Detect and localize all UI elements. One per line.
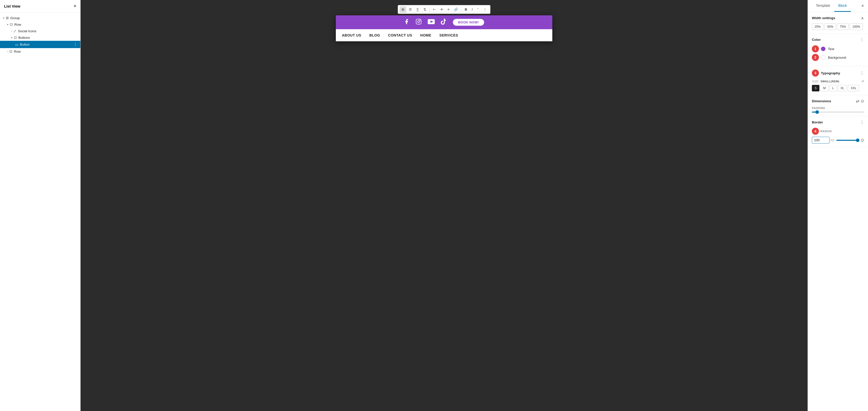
row-icon: ⊡ (9, 49, 12, 53)
radius-slider-thumb[interactable] (856, 139, 860, 142)
badge-1: 1 (812, 45, 819, 52)
width-100-button[interactable]: 100% (849, 23, 863, 30)
book-now-button[interactable]: BOOK NOW! (453, 19, 484, 26)
dimensions-title: Dimensions (812, 99, 831, 103)
youtube-icon[interactable] (428, 19, 435, 26)
width-settings-title: Width settings (812, 16, 835, 20)
group-icon: ⊞ (6, 16, 9, 20)
size-settings-icon[interactable]: ⇄ (862, 80, 864, 83)
radius-slider-fill (836, 140, 858, 141)
padding-slider-row (812, 112, 864, 113)
buttons-icon: ⊡ (14, 35, 17, 39)
more-options-button[interactable]: ⋮ (481, 6, 489, 12)
tree-item-group[interactable]: ▾ ⊞ Group (0, 14, 80, 21)
align-left-button[interactable]: ⊢ (431, 6, 438, 12)
chevron-right-icon: › (7, 50, 8, 53)
dimensions-link-icon[interactable]: ⊙ (861, 99, 864, 104)
instagram-icon[interactable] (415, 19, 422, 26)
row-icon: ⊡ (10, 22, 13, 26)
nav-item-about-us[interactable]: ABOUT US (342, 33, 361, 37)
radius-input[interactable] (812, 137, 830, 144)
radius-row: PX ⊙ (812, 137, 864, 144)
dimensions-settings-icon[interactable]: ⇄ (856, 99, 859, 104)
more-options-chevron[interactable]: ˅ (475, 6, 481, 12)
social-icons-icon: ⤤ (13, 29, 17, 33)
size-s-button[interactable]: S (812, 85, 819, 91)
tree-item-button[interactable]: ▭ Button ⋮ (0, 41, 80, 48)
chevron-down-icon: ▾ (7, 23, 8, 26)
tiktok-icon[interactable] (441, 19, 446, 26)
color-swatch-white (821, 55, 826, 60)
tab-template[interactable]: Template (812, 0, 834, 12)
border-title: Border (812, 120, 823, 124)
canvas-area: ⊞ ☰ ⣿ ⇅ ⊢ ✛ ≡ 🔗 B I ˅ ⋮ (81, 0, 808, 411)
dimensions-icons: ⇄ ⊙ (856, 99, 864, 104)
section-header-typography: 3 Typography ⋮ (812, 69, 864, 77)
width-75-button[interactable]: 75% (837, 23, 848, 30)
size-label: SIZE SMALL(REM) ⇄ (812, 80, 864, 83)
tab-block[interactable]: Block (834, 0, 851, 12)
tree-item-label: Buttons (19, 36, 30, 39)
block-toolbar: ⊞ ☰ ⣿ ⇅ ⊢ ✛ ≡ 🔗 B I ˅ ⋮ (398, 5, 491, 14)
tree-item-more-icon[interactable]: ⋮ (73, 42, 77, 47)
nav-item-contact-us[interactable]: CONTACT US (388, 33, 412, 37)
drag-handle-button[interactable]: ⣿ (414, 6, 421, 12)
nav-item-services[interactable]: SERVICES (439, 33, 458, 37)
width-50-button[interactable]: 50% (825, 23, 836, 30)
color-option-background[interactable]: Background (821, 54, 846, 61)
tree-item-row1[interactable]: ▾ ⊡ Row (0, 21, 80, 28)
block-icon-button[interactable]: ⊞ (400, 6, 406, 12)
align-icon-button[interactable]: ☰ (407, 6, 414, 12)
width-buttons: 25% 50% 75% 100% (812, 23, 864, 30)
svg-point-1 (417, 21, 420, 23)
panel-close-icon[interactable]: × (861, 3, 864, 8)
color-option-text[interactable]: Text (821, 45, 834, 53)
size-l-button[interactable]: L (830, 85, 837, 91)
link-button[interactable]: 🔗 (452, 6, 460, 12)
canvas-frame: BOOK NOW! ABOUT US BLOG CONTACT US HOME … (336, 16, 552, 41)
nav-item-blog[interactable]: BLOG (369, 33, 380, 37)
svg-point-2 (420, 20, 421, 21)
nav-item-home[interactable]: HOME (420, 33, 431, 37)
tree-item-social-icons[interactable]: › ⤤ Social Icons (0, 28, 80, 34)
padding-slider-thumb[interactable] (815, 110, 819, 114)
align-justify-button[interactable]: ≡ (445, 6, 452, 12)
tree-item-row2[interactable]: › ⊡ Row (0, 48, 80, 55)
nav-bar: ABOUT US BLOG CONTACT US HOME SERVICES (336, 29, 552, 41)
chevron-down-icon: ▾ (11, 36, 12, 39)
chevron-right-icon: › (11, 30, 12, 32)
bold-button[interactable]: B (463, 6, 469, 12)
section-header-color: Color ⋮ (812, 37, 864, 42)
border-more-icon[interactable]: ⋮ (860, 120, 864, 125)
align-center-button[interactable]: ✛ (438, 6, 445, 12)
size-m-button[interactable]: M (820, 85, 829, 91)
list-view-close-icon[interactable]: × (73, 3, 76, 9)
color-section: Color ⋮ 1 Text 2 Background (808, 34, 868, 66)
italic-button[interactable]: I (470, 6, 475, 12)
right-panel: Template Block × Width settings ∧ 25% 50… (808, 0, 868, 411)
right-panel-header: Template Block × (808, 0, 868, 12)
border-section: Border ⋮ 4 RADIUS PX ⊙ (808, 116, 868, 147)
typography-more-icon[interactable]: ⋮ (860, 71, 864, 76)
section-header-dimensions: Dimensions ⇄ ⊙ (812, 99, 864, 104)
collapse-icon[interactable]: ∧ (861, 16, 864, 21)
list-view-title: List View (4, 4, 21, 8)
padding-slider-track[interactable] (812, 112, 864, 113)
chevron-down-icon: ▾ (3, 17, 4, 20)
color-row-background: 2 Background (812, 54, 864, 61)
dimensions-section: Dimensions ⇄ ⊙ PADDING (808, 95, 868, 116)
panel-tabs: Template Block (812, 0, 851, 12)
size-name: SMALL(REM) (820, 80, 839, 83)
tree-item-label: Row (14, 50, 21, 53)
radius-slider-track[interactable] (836, 140, 859, 141)
facebook-icon[interactable] (404, 19, 410, 26)
badge-2: 2 (812, 54, 819, 61)
size-xl-button[interactable]: XL (838, 85, 847, 91)
width-25-button[interactable]: 25% (812, 23, 824, 30)
color-more-icon[interactable]: ⋮ (860, 37, 864, 42)
svg-rect-0 (416, 19, 421, 24)
size-xxl-button[interactable]: XXL (848, 85, 859, 91)
move-updown-button[interactable]: ⇅ (422, 6, 428, 12)
tree-item-buttons[interactable]: ▾ ⊡ Buttons (0, 34, 80, 41)
radius-link-icon[interactable]: ⊙ (861, 138, 864, 143)
